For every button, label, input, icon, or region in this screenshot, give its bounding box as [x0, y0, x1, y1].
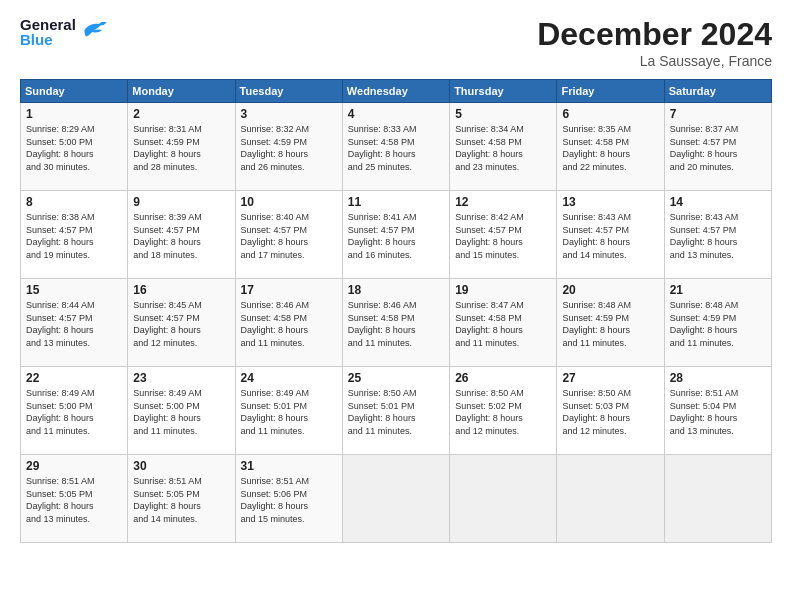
day-number: 9 [133, 195, 229, 209]
day-number: 22 [26, 371, 122, 385]
day-number: 14 [670, 195, 766, 209]
day-info: Sunrise: 8:49 AM Sunset: 5:00 PM Dayligh… [133, 387, 229, 437]
logo: General Blue [20, 16, 110, 48]
day-info: Sunrise: 8:50 AM Sunset: 5:01 PM Dayligh… [348, 387, 444, 437]
col-monday: Monday [128, 80, 235, 103]
calendar-week-row: 8Sunrise: 8:38 AM Sunset: 4:57 PM Daylig… [21, 191, 772, 279]
table-row: 31Sunrise: 8:51 AM Sunset: 5:06 PM Dayli… [235, 455, 342, 543]
day-number: 26 [455, 371, 551, 385]
table-row [664, 455, 771, 543]
calendar-table: Sunday Monday Tuesday Wednesday Thursday… [20, 79, 772, 543]
table-row: 5Sunrise: 8:34 AM Sunset: 4:58 PM Daylig… [450, 103, 557, 191]
day-info: Sunrise: 8:48 AM Sunset: 4:59 PM Dayligh… [670, 299, 766, 349]
table-row: 18Sunrise: 8:46 AM Sunset: 4:58 PM Dayli… [342, 279, 449, 367]
col-tuesday: Tuesday [235, 80, 342, 103]
month-title: December 2024 [537, 16, 772, 53]
table-row: 6Sunrise: 8:35 AM Sunset: 4:58 PM Daylig… [557, 103, 664, 191]
table-row: 2Sunrise: 8:31 AM Sunset: 4:59 PM Daylig… [128, 103, 235, 191]
day-number: 28 [670, 371, 766, 385]
day-number: 10 [241, 195, 337, 209]
table-row: 29Sunrise: 8:51 AM Sunset: 5:05 PM Dayli… [21, 455, 128, 543]
table-row: 19Sunrise: 8:47 AM Sunset: 4:58 PM Dayli… [450, 279, 557, 367]
table-row: 30Sunrise: 8:51 AM Sunset: 5:05 PM Dayli… [128, 455, 235, 543]
day-info: Sunrise: 8:29 AM Sunset: 5:00 PM Dayligh… [26, 123, 122, 173]
day-info: Sunrise: 8:34 AM Sunset: 4:58 PM Dayligh… [455, 123, 551, 173]
day-info: Sunrise: 8:43 AM Sunset: 4:57 PM Dayligh… [562, 211, 658, 261]
day-info: Sunrise: 8:51 AM Sunset: 5:05 PM Dayligh… [26, 475, 122, 525]
day-number: 17 [241, 283, 337, 297]
day-info: Sunrise: 8:39 AM Sunset: 4:57 PM Dayligh… [133, 211, 229, 261]
table-row [557, 455, 664, 543]
day-number: 21 [670, 283, 766, 297]
day-info: Sunrise: 8:47 AM Sunset: 4:58 PM Dayligh… [455, 299, 551, 349]
day-info: Sunrise: 8:46 AM Sunset: 4:58 PM Dayligh… [348, 299, 444, 349]
day-number: 8 [26, 195, 122, 209]
day-number: 19 [455, 283, 551, 297]
day-info: Sunrise: 8:43 AM Sunset: 4:57 PM Dayligh… [670, 211, 766, 261]
day-info: Sunrise: 8:45 AM Sunset: 4:57 PM Dayligh… [133, 299, 229, 349]
day-number: 11 [348, 195, 444, 209]
table-row: 8Sunrise: 8:38 AM Sunset: 4:57 PM Daylig… [21, 191, 128, 279]
table-row: 26Sunrise: 8:50 AM Sunset: 5:02 PM Dayli… [450, 367, 557, 455]
day-info: Sunrise: 8:31 AM Sunset: 4:59 PM Dayligh… [133, 123, 229, 173]
table-row: 17Sunrise: 8:46 AM Sunset: 4:58 PM Dayli… [235, 279, 342, 367]
day-number: 16 [133, 283, 229, 297]
day-info: Sunrise: 8:37 AM Sunset: 4:57 PM Dayligh… [670, 123, 766, 173]
day-number: 7 [670, 107, 766, 121]
table-row: 7Sunrise: 8:37 AM Sunset: 4:57 PM Daylig… [664, 103, 771, 191]
table-row: 21Sunrise: 8:48 AM Sunset: 4:59 PM Dayli… [664, 279, 771, 367]
table-row: 24Sunrise: 8:49 AM Sunset: 5:01 PM Dayli… [235, 367, 342, 455]
day-number: 18 [348, 283, 444, 297]
table-row [450, 455, 557, 543]
day-number: 12 [455, 195, 551, 209]
table-row [342, 455, 449, 543]
col-sunday: Sunday [21, 80, 128, 103]
day-number: 25 [348, 371, 444, 385]
day-number: 15 [26, 283, 122, 297]
logo-bird-icon [78, 16, 110, 48]
col-thursday: Thursday [450, 80, 557, 103]
table-row: 3Sunrise: 8:32 AM Sunset: 4:59 PM Daylig… [235, 103, 342, 191]
logo-blue: Blue [20, 32, 76, 47]
day-info: Sunrise: 8:50 AM Sunset: 5:03 PM Dayligh… [562, 387, 658, 437]
table-row: 16Sunrise: 8:45 AM Sunset: 4:57 PM Dayli… [128, 279, 235, 367]
table-row: 25Sunrise: 8:50 AM Sunset: 5:01 PM Dayli… [342, 367, 449, 455]
day-info: Sunrise: 8:40 AM Sunset: 4:57 PM Dayligh… [241, 211, 337, 261]
day-info: Sunrise: 8:35 AM Sunset: 4:58 PM Dayligh… [562, 123, 658, 173]
col-saturday: Saturday [664, 80, 771, 103]
day-number: 20 [562, 283, 658, 297]
calendar-week-row: 29Sunrise: 8:51 AM Sunset: 5:05 PM Dayli… [21, 455, 772, 543]
day-info: Sunrise: 8:42 AM Sunset: 4:57 PM Dayligh… [455, 211, 551, 261]
day-info: Sunrise: 8:32 AM Sunset: 4:59 PM Dayligh… [241, 123, 337, 173]
table-row: 12Sunrise: 8:42 AM Sunset: 4:57 PM Dayli… [450, 191, 557, 279]
col-friday: Friday [557, 80, 664, 103]
day-number: 29 [26, 459, 122, 473]
location: La Saussaye, France [537, 53, 772, 69]
table-row: 11Sunrise: 8:41 AM Sunset: 4:57 PM Dayli… [342, 191, 449, 279]
day-number: 27 [562, 371, 658, 385]
table-row: 22Sunrise: 8:49 AM Sunset: 5:00 PM Dayli… [21, 367, 128, 455]
day-number: 23 [133, 371, 229, 385]
calendar-week-row: 1Sunrise: 8:29 AM Sunset: 5:00 PM Daylig… [21, 103, 772, 191]
table-row: 1Sunrise: 8:29 AM Sunset: 5:00 PM Daylig… [21, 103, 128, 191]
day-number: 3 [241, 107, 337, 121]
day-info: Sunrise: 8:51 AM Sunset: 5:06 PM Dayligh… [241, 475, 337, 525]
header: General Blue December 2024 La Saussaye, … [20, 16, 772, 69]
day-number: 13 [562, 195, 658, 209]
title-block: December 2024 La Saussaye, France [537, 16, 772, 69]
table-row: 15Sunrise: 8:44 AM Sunset: 4:57 PM Dayli… [21, 279, 128, 367]
day-info: Sunrise: 8:44 AM Sunset: 4:57 PM Dayligh… [26, 299, 122, 349]
table-row: 14Sunrise: 8:43 AM Sunset: 4:57 PM Dayli… [664, 191, 771, 279]
day-number: 6 [562, 107, 658, 121]
day-info: Sunrise: 8:51 AM Sunset: 5:04 PM Dayligh… [670, 387, 766, 437]
day-number: 4 [348, 107, 444, 121]
day-info: Sunrise: 8:33 AM Sunset: 4:58 PM Dayligh… [348, 123, 444, 173]
day-info: Sunrise: 8:38 AM Sunset: 4:57 PM Dayligh… [26, 211, 122, 261]
day-number: 5 [455, 107, 551, 121]
table-row: 20Sunrise: 8:48 AM Sunset: 4:59 PM Dayli… [557, 279, 664, 367]
day-number: 31 [241, 459, 337, 473]
day-info: Sunrise: 8:48 AM Sunset: 4:59 PM Dayligh… [562, 299, 658, 349]
table-row: 28Sunrise: 8:51 AM Sunset: 5:04 PM Dayli… [664, 367, 771, 455]
day-info: Sunrise: 8:51 AM Sunset: 5:05 PM Dayligh… [133, 475, 229, 525]
day-number: 30 [133, 459, 229, 473]
